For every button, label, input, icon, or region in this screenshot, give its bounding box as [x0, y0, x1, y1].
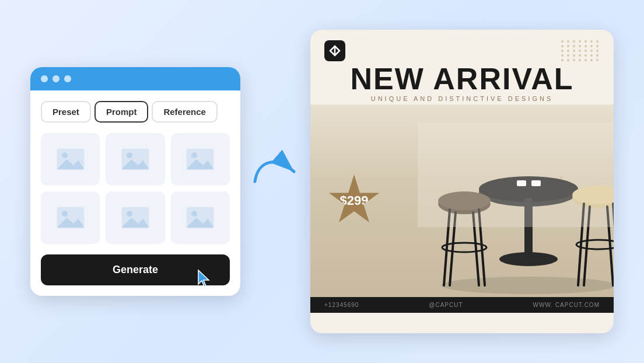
svg-point-27: [499, 252, 558, 266]
window-dot-2: [52, 75, 60, 82]
tab-preset-label: Preset: [52, 107, 79, 117]
ad-footer: +12345690 @CAPCUT WWW. CAPCUT.COM: [310, 297, 614, 313]
svg-point-23: [441, 277, 614, 294]
ad-title: NEW ARRIVAL UNIQUE AND DISTINCTIVE DESIG…: [310, 61, 614, 104]
tabs-container: Preset Prompt Reference: [41, 101, 230, 123]
window-dot-3: [64, 75, 71, 82]
svg-point-13: [127, 211, 132, 217]
footer-website: WWW. CAPCUT.COM: [533, 302, 600, 308]
svg-point-7: [191, 152, 197, 158]
dot-pattern: [561, 40, 600, 61]
furniture-background: $299: [310, 104, 614, 297]
capcut-logo-icon: [324, 40, 345, 61]
tab-prompt-label: Prompt: [106, 107, 137, 117]
grid-item-1[interactable]: [41, 133, 100, 186]
price-text: $299: [340, 193, 369, 208]
footer-handle: @CAPCUT: [429, 302, 463, 308]
tab-preset[interactable]: Preset: [41, 101, 91, 123]
image-placeholder-icon-6: [186, 206, 215, 229]
grid-item-3[interactable]: [171, 133, 230, 186]
image-placeholder-icon-5: [121, 206, 150, 229]
image-placeholder-icon-2: [121, 148, 150, 171]
price-badge: $299: [328, 174, 380, 227]
left-panel: Preset Prompt Reference: [30, 67, 240, 296]
grid-item-5[interactable]: [106, 191, 164, 244]
tab-prompt[interactable]: Prompt: [94, 101, 149, 123]
image-grid: [41, 133, 230, 244]
generate-button-label: Generate: [113, 264, 158, 276]
main-container: Preset Prompt Reference: [30, 30, 614, 333]
ad-title-heading: NEW ARRIVAL: [324, 64, 600, 94]
panel-body: Preset Prompt Reference: [30, 90, 240, 296]
capcut-logo: [324, 40, 345, 61]
ad-image-area: $299: [310, 104, 614, 297]
ad-subtitle: UNIQUE AND DISTINCTIVE DESIGNS: [324, 95, 600, 102]
grid-item-6[interactable]: [171, 191, 230, 244]
svg-point-4: [127, 152, 132, 158]
tab-reference-label: Reference: [163, 107, 206, 117]
image-placeholder-icon-1: [56, 148, 85, 171]
svg-point-10: [62, 211, 68, 217]
tab-reference[interactable]: Reference: [152, 101, 218, 123]
furniture-scene: [418, 122, 614, 297]
right-panel: NEW ARRIVAL UNIQUE AND DISTINCTIVE DESIG…: [310, 30, 614, 333]
grid-item-2[interactable]: [106, 133, 164, 186]
svg-marker-18: [198, 270, 209, 287]
footer-phone: +12345690: [324, 302, 359, 308]
svg-rect-44: [418, 122, 614, 227]
image-placeholder-icon-3: [186, 148, 215, 171]
arrow-icon: [252, 149, 299, 196]
cursor-icon: [196, 269, 212, 290]
window-dot-1: [41, 75, 48, 82]
arrow-container: [252, 149, 299, 214]
svg-point-16: [191, 211, 197, 217]
image-placeholder-icon-4: [56, 206, 85, 229]
grid-item-4[interactable]: [41, 191, 100, 244]
svg-point-34: [442, 243, 487, 252]
svg-point-1: [62, 152, 68, 158]
panel-header: [30, 67, 240, 90]
ad-header: [310, 30, 614, 61]
